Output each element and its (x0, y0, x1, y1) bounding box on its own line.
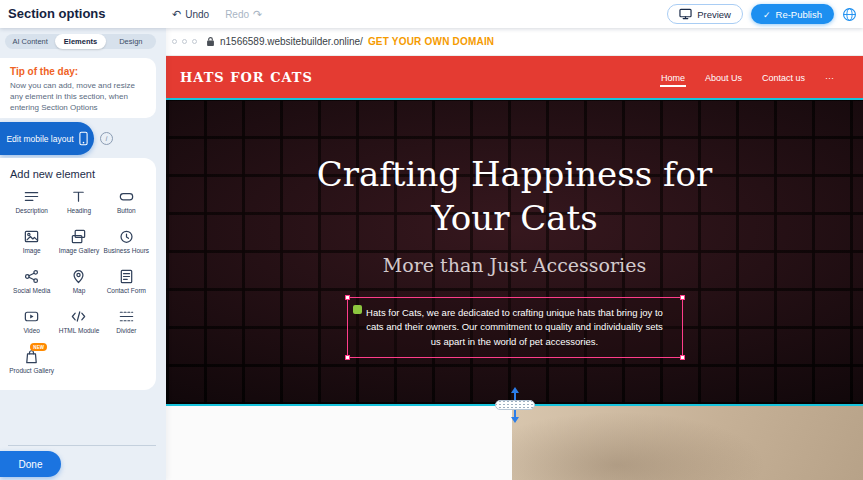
window-control-dot (192, 39, 197, 44)
add-element-image-gallery[interactable]: Image Gallery (55, 227, 102, 264)
element-drag-handle[interactable] (353, 305, 362, 314)
phone-icon (79, 131, 88, 146)
preview-button[interactable]: Preview (667, 4, 743, 24)
hero-section[interactable]: Crafting Happiness for Your Cats More th… (166, 99, 863, 405)
selection-handle[interactable] (680, 295, 685, 300)
tip-body: Now you can add, move and resize any ele… (10, 81, 146, 113)
selected-text-element[interactable]: Hats for Cats, we are dedicated to craft… (347, 297, 683, 358)
add-element-business-hours[interactable]: Business Hours (103, 227, 150, 264)
element-label: Image (23, 247, 41, 255)
get-domain-link[interactable]: GET YOUR OWN DOMAIN (368, 36, 494, 47)
monitor-icon (679, 8, 692, 20)
element-label: Description (15, 207, 48, 215)
tab-design[interactable]: Design (106, 34, 156, 49)
element-label: HTML Module (59, 327, 100, 335)
next-section-image (512, 406, 863, 480)
element-label: Button (117, 207, 136, 215)
element-label: Product Gallery (9, 367, 54, 375)
nav-more[interactable]: ··· (824, 69, 835, 87)
add-new-element-panel: Add new element Description Heading Butt… (0, 158, 156, 390)
preview-label: Preview (697, 9, 731, 20)
page-title: Section options (8, 6, 106, 21)
section-resize-handle[interactable] (495, 394, 535, 416)
republish-label: Re-Publish (776, 9, 822, 20)
add-element-social-media[interactable]: Social Media (8, 267, 55, 304)
tip-of-the-day-card: Tip of the day: Now you can add, move an… (0, 58, 156, 118)
info-icon[interactable] (100, 132, 113, 145)
button-icon (118, 187, 135, 205)
add-element-html-module[interactable]: HTML Module (55, 307, 102, 344)
sidebar: AI Content Elements Design Tip of the da… (0, 28, 166, 480)
heading-icon (70, 187, 87, 205)
element-label: Map (73, 287, 86, 295)
browser-bar: n1566589.websitebuilder.online/ GET YOUR… (166, 28, 863, 56)
app: Section options Undo Redo Preview Re-Pub… (0, 0, 863, 480)
hero-heading[interactable]: Crafting Happiness for Your Cats (166, 99, 863, 240)
resize-arrow-down-icon (511, 417, 519, 423)
edit-mobile-label: Edit mobile layout (6, 134, 73, 144)
site-nav: Home About Us Contact us ··· (660, 69, 835, 87)
republish-button[interactable]: Re-Publish (751, 4, 834, 24)
element-label: Image Gallery (59, 247, 99, 255)
check-icon (763, 9, 771, 20)
hero-subheading[interactable]: More than Just Accessories (166, 254, 863, 276)
nav-contact-us[interactable]: Contact us (761, 69, 806, 87)
add-element-contact-form[interactable]: Contact Form (103, 267, 150, 304)
topbar: Section options Undo Redo Preview Re-Pub… (0, 0, 863, 28)
image-icon (23, 227, 40, 245)
element-label: Heading (67, 207, 91, 215)
new-badge: NEW (30, 343, 47, 351)
hero-heading-line2: Your Cats (166, 197, 863, 241)
image-gallery-icon (70, 227, 87, 245)
element-label: Contact Form (107, 287, 146, 295)
divider-icon (118, 307, 135, 325)
redo-button[interactable]: Redo (225, 8, 262, 21)
selection-handle[interactable] (680, 355, 685, 360)
section-boundary-top (166, 98, 863, 100)
tip-title: Tip of the day: (10, 66, 146, 77)
element-label: Divider (116, 327, 136, 335)
add-element-image[interactable]: Image (8, 227, 55, 264)
hero-heading-line1: Crafting Happiness for (166, 153, 863, 197)
selection-handle[interactable] (345, 355, 350, 360)
tab-ai-content[interactable]: AI Content (5, 34, 55, 49)
history-controls: Undo Redo (172, 0, 262, 28)
undo-label: Undo (185, 9, 209, 20)
done-button[interactable]: Done (0, 451, 61, 477)
edit-mobile-layout-button[interactable]: Edit mobile layout (0, 122, 94, 155)
preview-canvas: n1566589.websitebuilder.online/ GET YOUR… (166, 28, 863, 480)
element-label: Video (23, 327, 40, 335)
html-module-icon (70, 307, 87, 325)
redo-icon (253, 8, 262, 21)
undo-icon (172, 8, 181, 21)
sidebar-divider (8, 445, 156, 446)
contact-form-icon (118, 267, 135, 285)
add-element-divider[interactable]: Divider (103, 307, 150, 344)
hero-paragraph: Hats for Cats, we are dedicated to craft… (362, 306, 668, 349)
tab-elements[interactable]: Elements (55, 34, 105, 49)
language-globe-icon[interactable] (842, 7, 857, 22)
site-logo[interactable]: HATS FOR CATS (180, 70, 313, 85)
add-element-description[interactable]: Description (8, 187, 55, 224)
element-label: Social Media (13, 287, 50, 295)
topbar-actions: Preview Re-Publish (667, 4, 857, 24)
element-grid: Description Heading Button Image Image G… (8, 187, 150, 384)
add-element-button[interactable]: Button (103, 187, 150, 224)
nav-home[interactable]: Home (660, 69, 686, 87)
add-element-heading[interactable]: Heading (55, 187, 102, 224)
nav-about-us[interactable]: About Us (704, 69, 743, 87)
text-lines-icon (23, 187, 40, 205)
element-label: Business Hours (104, 247, 150, 255)
video-icon (23, 307, 40, 325)
add-element-product-gallery[interactable]: NEW Product Gallery (8, 347, 55, 384)
selection-handle[interactable] (345, 295, 350, 300)
resize-grip[interactable] (495, 400, 535, 410)
site-header[interactable]: HATS FOR CATS Home About Us Contact us ·… (166, 56, 863, 99)
redo-label: Redo (225, 9, 249, 20)
site-url: n1566589.websitebuilder.online/ (220, 36, 363, 47)
window-control-dot (172, 39, 177, 44)
add-element-video[interactable]: Video (8, 307, 55, 344)
add-element-map[interactable]: Map (55, 267, 102, 304)
window-control-dot (182, 39, 187, 44)
undo-button[interactable]: Undo (172, 8, 209, 21)
